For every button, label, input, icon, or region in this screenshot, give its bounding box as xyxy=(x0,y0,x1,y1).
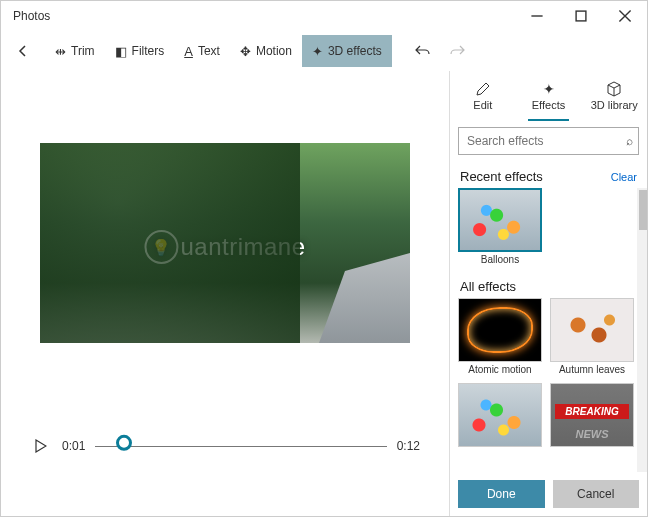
all-effects-header: All effects xyxy=(458,271,639,298)
effect-tile[interactable] xyxy=(550,383,634,449)
3d-effects-icon: ✦ xyxy=(312,44,323,59)
effect-thumb xyxy=(550,298,634,362)
tab-edit-label: Edit xyxy=(473,99,492,111)
all-heading: All effects xyxy=(460,279,516,294)
toolbar-row: ⇹ Trim ◧ Filters A Text ✥ Motion ✦ 3D ef… xyxy=(1,31,647,71)
preview-pane: 💡 uantrimane 0:01 0:12 xyxy=(1,71,449,516)
search-container: ⌕ xyxy=(450,121,647,161)
tab-edit[interactable]: Edit xyxy=(450,71,516,121)
effect-label: Autumn leaves xyxy=(559,364,625,375)
tab-effects-label: Effects xyxy=(532,99,565,111)
effect-thumb xyxy=(458,383,542,447)
recent-effects-grid: Balloons xyxy=(458,188,639,265)
text-button[interactable]: A Text xyxy=(174,35,230,67)
panel-footer: Done Cancel xyxy=(450,472,647,516)
maximize-button[interactable] xyxy=(559,1,603,31)
play-button[interactable] xyxy=(30,435,52,457)
player-bar: 0:01 0:12 xyxy=(30,435,420,457)
main-area: 💡 uantrimane 0:01 0:12 Edit ✦ Effect xyxy=(1,71,647,516)
recent-effects-header: Recent effects Clear xyxy=(450,161,647,188)
effect-label: Balloons xyxy=(481,254,519,265)
motion-label: Motion xyxy=(256,44,292,58)
3d-effects-button[interactable]: ✦ 3D effects xyxy=(302,35,392,67)
window-title: Photos xyxy=(13,9,50,23)
watermark: 💡 uantrimane xyxy=(144,230,305,264)
done-button[interactable]: Done xyxy=(458,480,545,508)
filters-icon: ◧ xyxy=(115,44,127,59)
cancel-button[interactable]: Cancel xyxy=(553,480,640,508)
trim-label: Trim xyxy=(71,44,95,58)
text-label: Text xyxy=(198,44,220,58)
all-effects-grid: Atomic motion Autumn leaves xyxy=(458,298,639,449)
track-line xyxy=(95,446,386,447)
motion-button[interactable]: ✥ Motion xyxy=(230,35,302,67)
redo-button[interactable] xyxy=(440,35,474,67)
text-icon: A xyxy=(184,44,193,59)
recent-heading: Recent effects xyxy=(460,169,543,184)
pencil-icon xyxy=(475,81,491,97)
effect-thumb xyxy=(550,383,634,447)
effect-thumb xyxy=(458,188,542,252)
search-input[interactable] xyxy=(458,127,639,155)
title-bar: Photos xyxy=(1,1,647,31)
editor-toolbar: ⇹ Trim ◧ Filters A Text ✥ Motion ✦ 3D ef… xyxy=(45,35,392,67)
trim-button[interactable]: ⇹ Trim xyxy=(45,35,105,67)
cube-icon xyxy=(606,81,622,97)
duration: 0:12 xyxy=(397,439,420,453)
watermark-icon: 💡 xyxy=(144,230,178,264)
effects-panel: Edit ✦ Effects 3D library ⌕ Recent effec… xyxy=(449,71,647,516)
effect-thumb xyxy=(458,298,542,362)
effects-scroll[interactable]: Balloons All effects Atomic motion Autum… xyxy=(450,188,647,472)
clear-recent-link[interactable]: Clear xyxy=(611,171,637,183)
tab-3d-library[interactable]: 3D library xyxy=(581,71,647,121)
panel-tabs: Edit ✦ Effects 3D library xyxy=(450,71,647,121)
svg-rect-0 xyxy=(576,11,586,21)
back-button[interactable] xyxy=(7,35,39,67)
3d-effects-label: 3D effects xyxy=(328,44,382,58)
track-handle[interactable] xyxy=(116,435,132,451)
watermark-text: uantrimane xyxy=(180,233,305,261)
sparkle-icon: ✦ xyxy=(543,81,555,97)
tab-library-label: 3D library xyxy=(591,99,638,111)
current-time: 0:01 xyxy=(62,439,85,453)
motion-icon: ✥ xyxy=(240,44,251,59)
effect-tile-atomic-motion[interactable]: Atomic motion xyxy=(458,298,542,375)
video-canvas[interactable]: 💡 uantrimane xyxy=(40,143,410,343)
scrollbar[interactable] xyxy=(637,188,647,472)
scrollbar-thumb[interactable] xyxy=(639,190,647,230)
effect-label: Atomic motion xyxy=(468,364,531,375)
trim-icon: ⇹ xyxy=(55,44,66,59)
timeline-track[interactable] xyxy=(95,436,386,456)
undo-button[interactable] xyxy=(406,35,440,67)
close-button[interactable] xyxy=(603,1,647,31)
effect-tile-balloons[interactable]: Balloons xyxy=(458,188,542,265)
window-controls xyxy=(515,1,647,31)
minimize-button[interactable] xyxy=(515,1,559,31)
effect-tile-autumn-leaves[interactable]: Autumn leaves xyxy=(550,298,634,375)
filters-label: Filters xyxy=(132,44,165,58)
effect-tile[interactable] xyxy=(458,383,542,449)
filters-button[interactable]: ◧ Filters xyxy=(105,35,175,67)
tab-effects[interactable]: ✦ Effects xyxy=(516,71,582,121)
